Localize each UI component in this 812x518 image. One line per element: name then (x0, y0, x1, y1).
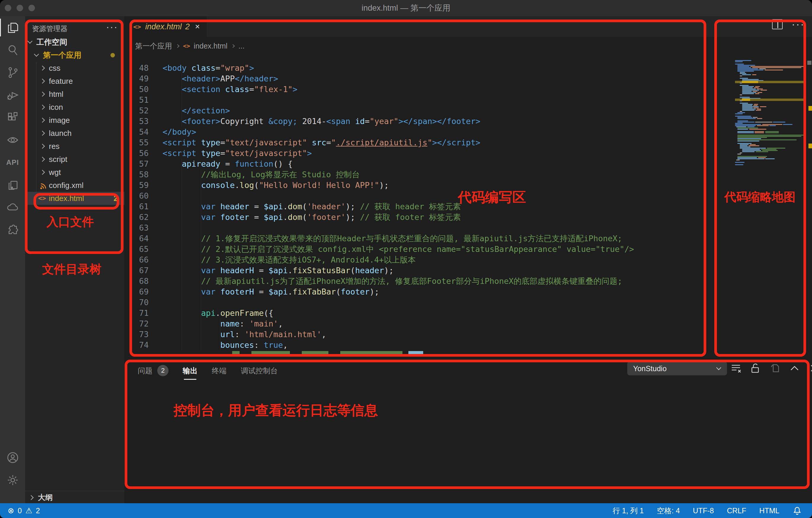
notifications-bell-icon[interactable] (792, 506, 802, 515)
code-line-74[interactable]: 74 bounces: true, (124, 340, 729, 351)
run-debug-icon[interactable] (0, 84, 25, 106)
search-icon[interactable] (0, 39, 25, 61)
tree-item-feature[interactable]: feature (25, 74, 124, 88)
code-line-54[interactable]: 54</body> (124, 127, 729, 138)
chevron-down-icon (716, 365, 721, 370)
api-icon[interactable]: API (0, 151, 25, 174)
code-line-48[interactable]: 48<body class="wrap"> (124, 63, 729, 73)
tree-item-image[interactable]: image (25, 114, 124, 127)
code-line-64[interactable]: 64 // 1.修复开启沉浸式效果带来的顶部Header与手机状态栏重合的问题,… (124, 233, 729, 244)
tree-item-工作空间[interactable]: 工作空间 (25, 35, 124, 49)
devices-icon[interactable] (0, 174, 25, 196)
status-item[interactable]: 空格: 4 (657, 506, 680, 516)
code-line-50[interactable]: 50 <section class="flex-1"> (124, 84, 729, 95)
panel-tab-问题[interactable]: 问题2 (138, 365, 169, 380)
clear-output-icon[interactable] (730, 362, 742, 374)
tree-item-icon[interactable]: icon (25, 101, 124, 114)
line-number: 72 (124, 318, 149, 329)
minimap-line (767, 148, 785, 149)
code-line-68[interactable]: 68 // 最新apiutil.js为了适配iPhoneX增加的方法, 修复底部… (124, 276, 729, 286)
panel-tab-终端[interactable]: 终端 (212, 366, 227, 380)
line-number: 48 (124, 63, 149, 73)
code-line-73[interactable]: 73 url: 'html/main.html', (124, 329, 729, 340)
minimap-line (737, 140, 796, 140)
unlock-icon[interactable] (750, 362, 761, 374)
tree-item-launch[interactable]: launch (25, 127, 124, 140)
status-bar: ⊗ 0 ⚠ 2 行 1, 列 1空格: 4UTF-8CRLFHTML (0, 503, 812, 518)
code-line-59[interactable]: 59 console.log("Hello World! Hello APP!"… (124, 180, 729, 191)
tree-item-css[interactable]: css (25, 62, 124, 74)
extensions-icon[interactable] (0, 106, 25, 129)
tree-item-label: feature (49, 74, 73, 88)
editor-more-icon[interactable]: ··· (791, 21, 805, 27)
code-line-58[interactable]: 58 //输出Log, Log将显示在 Studio 控制台 (124, 169, 729, 180)
tree-item-res[interactable]: res (25, 140, 124, 153)
account-icon[interactable] (0, 446, 25, 469)
line-number: 64 (124, 233, 149, 244)
code-line-62[interactable]: 62 var footer = $api.dom('footer'); // 获… (124, 212, 729, 222)
code-line-56[interactable]: 56<script type="text/javascript"> (124, 148, 729, 159)
plugins-icon[interactable] (0, 219, 25, 241)
code-line-66[interactable]: 66 // 3.沉浸式效果适配支持iOS7+, Android4.4+以上版本 (124, 254, 729, 265)
line-number: 62 (124, 212, 149, 222)
tree-item-label: config.xml (49, 179, 84, 192)
code-text: name: 'main', (163, 318, 283, 329)
explorer-icon[interactable] (0, 16, 25, 39)
code-line-57[interactable]: 57 apiready = function() { (124, 159, 729, 169)
minimap[interactable] (735, 60, 806, 184)
chevron-down-icon (28, 39, 33, 44)
code-line-69[interactable]: 69 var footerH = $api.fixTabBar(footer); (124, 286, 729, 297)
status-item[interactable]: 行 1, 列 1 (612, 506, 644, 516)
status-item[interactable]: CRLF (727, 507, 746, 515)
split-editor-icon[interactable] (772, 19, 783, 29)
panel-tab-输出[interactable]: 输出 (183, 366, 198, 380)
sidebar-header: 资源管理器 ··· (25, 23, 124, 35)
code-line-70[interactable]: 70 (124, 297, 729, 308)
code-line-52[interactable]: 52 </section> (124, 105, 729, 116)
code-text: var header = $api.dom('header'); // 获取 h… (163, 201, 461, 212)
outline-section[interactable]: 大纲 (25, 491, 124, 503)
line-number: 57 (124, 159, 149, 169)
minimap-line (737, 138, 761, 139)
code-line-51[interactable]: 51 (124, 95, 729, 105)
code-line-49[interactable]: 49 <header>APP</header> (124, 73, 729, 84)
preview-eye-icon[interactable] (0, 129, 25, 151)
minimap-line (757, 125, 769, 126)
panel-tab-调试控制台[interactable]: 调试控制台 (241, 366, 278, 380)
source-control-icon[interactable] (0, 61, 25, 84)
minimap-line (752, 74, 756, 75)
code-line-60[interactable]: 60 (124, 191, 729, 201)
tree-item-config.xml[interactable]: config.xml (25, 179, 124, 192)
code-line-55[interactable]: 55<script type="text/javascript" src="./… (124, 138, 729, 148)
code-line-63[interactable]: 63 (124, 222, 729, 233)
minimap-line (740, 111, 742, 112)
maximize-panel-icon[interactable] (789, 362, 801, 374)
chevron-right-icon (40, 66, 45, 71)
tree-item-index.html[interactable]: <>index.html2 (25, 192, 124, 205)
tree-item-html[interactable]: html (25, 88, 124, 101)
code-line-53[interactable]: 53 <footer>Copyright &copy; 2014-<span i… (124, 116, 729, 127)
minimap-line (755, 132, 764, 133)
cloud-icon[interactable] (0, 196, 25, 219)
code-text: <header>APP</header> (163, 73, 278, 84)
status-item[interactable]: HTML (759, 507, 779, 515)
minimap-line (757, 89, 763, 89)
code-line-61[interactable]: 61 var header = $api.dom('header'); // 获… (124, 201, 729, 212)
code-line-72[interactable]: 72 name: 'main', (124, 318, 729, 329)
tree-item-script[interactable]: script (25, 153, 124, 166)
problems-status[interactable]: ⊗ 0 ⚠ 2 (8, 503, 40, 518)
minimap-line (735, 60, 751, 61)
close-panel-icon[interactable] (808, 362, 812, 374)
code-line-65[interactable]: 65 // 2.默认已开启了沉浸式效果 config.xml中 <prefere… (124, 244, 729, 254)
status-item[interactable]: UTF-8 (693, 507, 714, 515)
code-line-71[interactable]: 71 api.openFrame({ (124, 308, 729, 318)
tree-item-第一个应用[interactable]: 第一个应用 (25, 49, 124, 62)
sidebar-more-icon[interactable]: ··· (106, 21, 118, 33)
settings-icon[interactable] (0, 469, 25, 491)
output-channel-select[interactable]: YonStudio (627, 362, 727, 375)
minimap-line (737, 122, 755, 123)
minimap-line (753, 108, 759, 108)
tree-item-wgt[interactable]: wgt (25, 166, 124, 179)
code-text: //输出Log, Log将显示在 Studio 控制台 (163, 169, 360, 180)
code-line-67[interactable]: 67 var headerH = $api.fixStatusBar(heade… (124, 265, 729, 276)
